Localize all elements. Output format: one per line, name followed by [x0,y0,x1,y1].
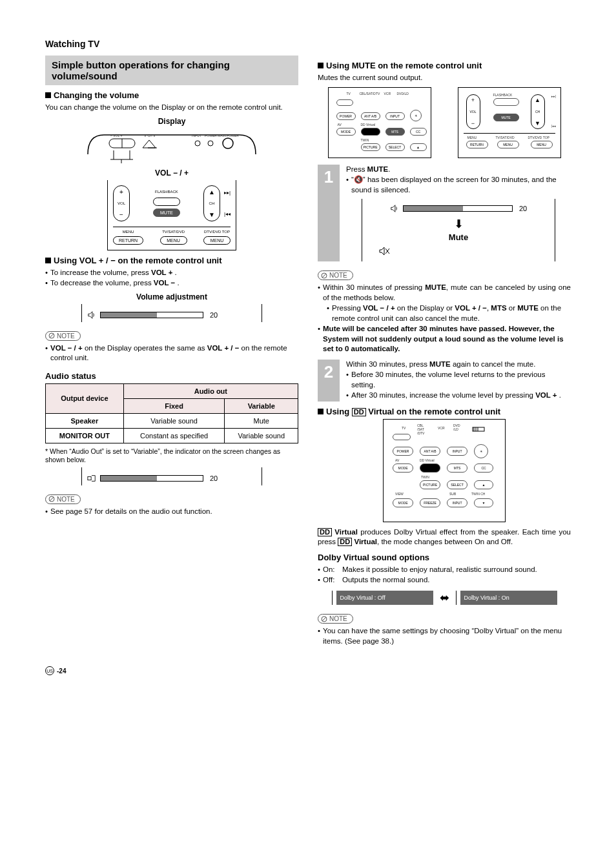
using-vol-head: Using VOL + / − on the remote control un… [45,256,298,265]
svg-point-2 [195,141,200,146]
square-bullet-icon [45,92,51,98]
dolby-on-state: Dolby Virtual : On [460,591,557,605]
th-variable: Variable [225,398,298,413]
remote-snippet-figure-left: +VOL− FLASHBACK MUTE ▲CH▼ ▸▸| |◂◂ [45,180,298,250]
mute-note-2: • Mute will be canceled after 30 minutes… [318,324,571,354]
changing-volume-body: You can change the volume on the Display… [45,103,298,113]
speaker-icon [87,310,96,320]
next-icon: ▸▸| [224,190,231,196]
th-fixed: Fixed [123,398,225,413]
step-2: 2 Within 30 minutes, press MUTE again to… [318,360,571,402]
audio-status-head: Audio status [45,371,298,381]
display-label: Display [45,117,298,126]
mute-note-sub: • Pressing VOL − / + on the Display or V… [318,303,571,323]
square-bullet-icon [45,258,51,263]
vol-rocker: +VOL− [113,185,130,221]
audio-out-note: • See page 57 for details on the audio o… [45,507,298,517]
dolby-on: • On:Makes it possible to enjoy natural,… [318,565,571,575]
dolby-virtual-head: Using DD Virtual on the remote control u… [318,407,571,416]
audio-out-footnote: * When “Audio Out” is set to “Variable”,… [45,447,298,465]
note-icon [48,332,55,339]
changing-volume-label: Changing the volume [54,90,139,100]
volume-adjustment-label: Volume adjustment [45,292,298,301]
region-badge: US [45,666,54,675]
mute-head: Using MUTE on the remote control unit [318,61,571,70]
mute-button: MUTE [153,209,180,217]
step-number-2: 2 [318,360,340,402]
svg-line-10 [50,334,54,338]
section-header: Watching TV [45,39,571,49]
dolby-off-state: Dolby Virtual : Off [336,591,433,605]
dolby-icon: DD [352,408,366,416]
mute-intro: Mutes the current sound output. [318,73,571,83]
flashback-button [153,198,180,206]
decrease-volume-line: • To decrease the volume, press VOL − . [45,278,298,289]
using-vol-label: Using VOL + / − on the remote control un… [54,256,222,265]
ch-rocker: ▲CH▼ [203,185,220,221]
svg-line-17 [322,274,326,278]
page-footer: US -24 [45,666,571,675]
svg-rect-11 [88,476,91,480]
square-bullet-icon [318,63,323,68]
volume-bar-figure: 20 [45,304,298,322]
table-row: MONITOR OUT Constant as specified Variab… [46,428,298,443]
svg-point-3 [208,141,213,146]
note-icon [48,496,55,502]
note-badge: NOTE [318,270,353,280]
dolby-options-head: Dolby Virtual sound options [318,553,571,562]
swap-arrow-icon: ⬌ [440,591,449,605]
feature-title: Simple button operations for changing vo… [45,56,298,85]
mute-remote-figures: TV CBL/SAT/DTV VCR DVD/LD POWER ANT A/B … [318,87,571,158]
svg-line-23 [322,617,326,621]
dolby-icon: DD [318,528,332,536]
changing-volume-head: Changing the volume [45,90,298,100]
th-output-device: Output device [46,383,124,413]
prev-icon: |◂◂ [224,211,231,217]
svg-line-13 [50,497,54,501]
dolby-icon: DD [338,538,352,546]
speaker-icon [390,204,399,213]
table-row: Speaker Variable sound Mute [46,413,298,428]
vol-note: • VOL − / + on the Display operates the … [45,343,298,363]
note-icon [321,272,327,279]
note-badge: NOTE [45,331,81,341]
mute-bar-value: 20 [519,204,527,214]
note-badge: NOTE [318,614,353,624]
output-icon [87,474,96,483]
increase-volume-line: • To increase the volume, press VOL + . [45,268,298,278]
svg-point-4 [223,138,233,148]
svg-rect-18 [473,427,484,431]
variable-value: 20 [210,474,218,482]
square-bullet-icon [318,409,323,414]
mute-icon [379,246,391,256]
volume-value: 20 [210,311,218,319]
th-audio-out: Audio out [123,383,298,398]
mute-state-label: Mute [366,232,551,243]
menu2-button: MENU [203,236,231,245]
menu-button: MENU [160,236,187,245]
dolby-toggle-figure: Dolby Virtual : Off ⬌ Dolby Virtual : On [318,591,571,605]
note-icon [321,616,327,622]
step-1: 1 Press MUTE. •“🔇” has been displayed on… [318,165,571,262]
audio-status-table: Output device Audio out Fixed Variable S… [45,383,298,443]
down-arrow-icon: ⬇ [366,216,551,232]
dolby-off: • Off:Outputs the normal sound. [318,575,571,585]
dolby-note: • You can have the same settings by choo… [318,626,571,646]
dolby-virtual-body: DD Virtual produces Dolby Virtual effect… [318,527,571,547]
vol-plus-minus-label: VOL − / + [45,168,298,178]
step-number-1: 1 [318,165,340,262]
mute-note-1: • Within 30 minutes of pressing MUTE, mu… [318,283,571,303]
dolby-remote-figure: TV CBL/SAT/DTV VCR DVD/LD POWER ANT A/B … [318,419,571,522]
ir-icon [471,425,489,434]
mute-button-icon: MUTE [493,114,519,121]
variable-bar-figure: 20 [45,467,298,485]
note-badge: NOTE [45,494,81,504]
return-button: RETURN [113,236,143,245]
display-panel-figure: – VOL + ∨ CH ∧ INPUT POWER MAIN POWER [45,128,298,163]
